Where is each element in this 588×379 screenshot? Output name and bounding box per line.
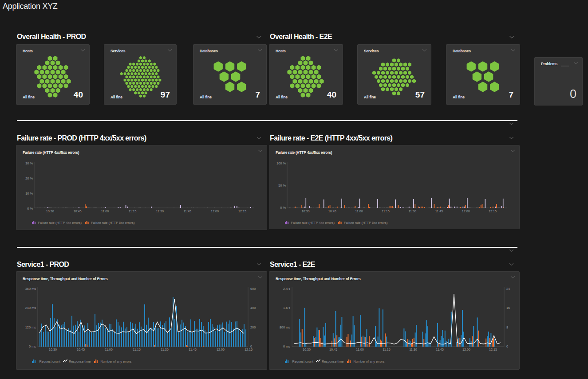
svg-text:12:00: 12:00 [462, 348, 470, 352]
svg-text:2.4 s: 2.4 s [283, 287, 290, 291]
svg-text:360 ms: 360 ms [25, 287, 36, 291]
svg-text:Number of any errors: Number of any errors [101, 359, 132, 363]
svg-text:12:15: 12:15 [238, 209, 246, 213]
svg-text:11:45: 11:45 [183, 209, 191, 213]
svg-text:30 %: 30 % [25, 161, 33, 165]
svg-text:50 %: 50 % [278, 184, 286, 188]
svg-text:10:45: 10:45 [77, 348, 85, 352]
svg-text:0 ms: 0 ms [29, 344, 36, 348]
svg-text:0 ms: 0 ms [283, 344, 290, 348]
svg-text:11:30: 11:30 [161, 348, 168, 352]
svg-text:10:30: 10:30 [49, 348, 57, 352]
svg-text:11:00: 11:00 [105, 348, 112, 352]
svg-text:11:30: 11:30 [156, 209, 164, 213]
svg-text:Failure rate (HTTP 4xx errors): Failure rate (HTTP 4xx errors) [38, 221, 82, 225]
svg-text:12:00: 12:00 [462, 209, 470, 213]
svg-text:12:15: 12:15 [489, 209, 497, 213]
svg-text:11:00: 11:00 [356, 348, 363, 352]
svg-text:24: 24 [506, 287, 510, 291]
svg-text:12:00: 12:00 [211, 209, 219, 213]
svg-text:240 ms: 240 ms [25, 306, 36, 310]
svg-text:16: 16 [506, 306, 510, 310]
svg-text:Failure rate (HTTP 5xx errors): Failure rate (HTTP 5xx errors) [344, 221, 387, 225]
svg-text:12:15: 12:15 [489, 348, 497, 352]
svg-text:11:30: 11:30 [409, 348, 417, 352]
svg-text:Failure rate (HTTP 5xx errors): Failure rate (HTTP 5xx errors) [91, 221, 134, 225]
svg-text:11:30: 11:30 [409, 209, 416, 213]
svg-text:0 %: 0 % [280, 206, 286, 210]
svg-text:600: 600 [250, 287, 256, 291]
svg-text:11:15: 11:15 [382, 209, 389, 213]
svg-text:11:45: 11:45 [189, 348, 196, 352]
svg-text:10:45: 10:45 [329, 348, 337, 352]
svg-text:11:45: 11:45 [435, 209, 443, 213]
svg-text:10 %: 10 % [25, 191, 33, 195]
svg-text:10:30: 10:30 [302, 209, 310, 213]
svg-text:11:00: 11:00 [101, 209, 109, 213]
svg-text:11:00: 11:00 [355, 209, 363, 213]
svg-text:Failure rate (HTTP 4xx errors): Failure rate (HTTP 4xx errors) [291, 221, 335, 225]
svg-text:11:15: 11:15 [383, 348, 390, 352]
svg-text:11:15: 11:15 [133, 348, 140, 352]
svg-text:0: 0 [506, 344, 508, 348]
svg-text:200: 200 [250, 325, 256, 329]
svg-text:120 ms: 120 ms [25, 325, 36, 329]
svg-text:100 %: 100 % [276, 161, 286, 165]
svg-text:800 ms: 800 ms [280, 325, 291, 329]
svg-text:0 %: 0 % [27, 207, 33, 211]
svg-text:Number of any errors: Number of any errors [354, 359, 385, 363]
svg-text:400: 400 [250, 306, 256, 310]
svg-text:10:45: 10:45 [328, 209, 336, 213]
svg-text:Response time: Response time [322, 359, 343, 363]
svg-text:10:30: 10:30 [46, 209, 54, 213]
svg-text:12:00: 12:00 [217, 348, 225, 352]
svg-text:Response time: Response time [69, 359, 91, 363]
svg-text:1.6 s: 1.6 s [283, 306, 290, 310]
svg-text:10:45: 10:45 [74, 209, 82, 213]
svg-text:10:30: 10:30 [303, 348, 311, 352]
svg-text:11:15: 11:15 [129, 209, 136, 213]
svg-text:Request count: Request count [39, 359, 61, 363]
svg-text:8: 8 [506, 325, 508, 329]
svg-text:Request count: Request count [292, 359, 314, 363]
svg-text:20 %: 20 % [25, 176, 33, 180]
svg-text:12:15: 12:15 [245, 348, 253, 352]
svg-text:11:45: 11:45 [436, 348, 443, 352]
